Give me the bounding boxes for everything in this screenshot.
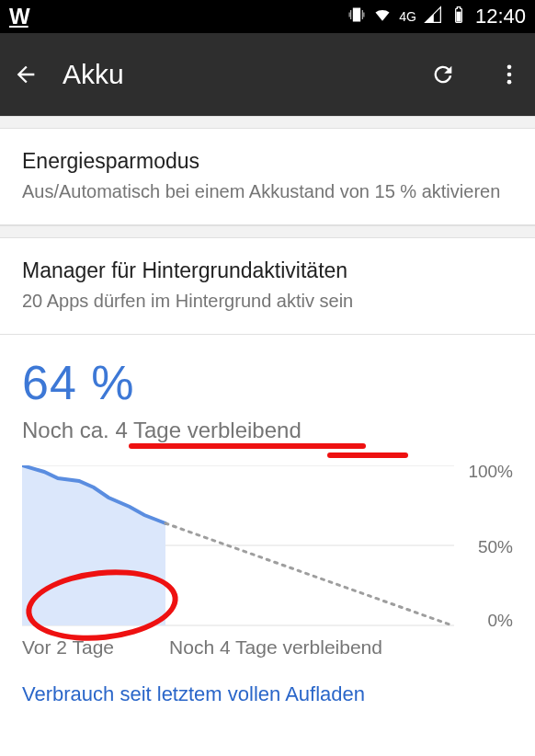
background-manager-title: Manager für Hintergrundaktivitäten: [22, 258, 513, 283]
chart-x-axis-labels: Vor 2 Tage Noch 4 Tage verbleibend: [22, 636, 513, 659]
annotation-underline: [129, 443, 366, 449]
background-manager-subtitle: 20 Apps dürfen im Hintergrund aktiv sein: [22, 289, 513, 314]
refresh-button[interactable]: [430, 62, 456, 87]
battery-history-chart[interactable]: 100% 50% 0%: [22, 465, 513, 631]
battery-saver-row[interactable]: Energiesparmodus Aus/Automatisch bei ein…: [0, 129, 535, 225]
svg-point-1: [507, 65, 512, 70]
chart-xlabel-future: Noch 4 Tage verbleibend: [169, 636, 382, 659]
usage-since-last-charge-link[interactable]: Verbrauch seit letztem vollen Aufladen: [22, 682, 513, 706]
app-notification-icon: W: [9, 4, 28, 29]
svg-point-3: [507, 80, 512, 85]
chart-ylabel-0: 0%: [488, 611, 513, 631]
page-header: Akku: [0, 33, 535, 116]
annotation-underline: [327, 452, 408, 458]
status-clock: 12:40: [475, 5, 526, 29]
chart-xlabel-past: Vor 2 Tage: [22, 636, 114, 659]
battery-chart-svg: [22, 465, 454, 626]
chart-ylabel-50: 50%: [478, 537, 513, 557]
wifi-icon: [373, 6, 392, 29]
battery-saver-subtitle: Aus/Automatisch bei einem Akkustand von …: [22, 179, 513, 204]
signal-icon: [424, 6, 442, 29]
battery-icon: [450, 6, 468, 29]
page-title: Akku: [63, 59, 406, 90]
battery-status-section[interactable]: 64 % Noch ca. 4 Tage verbleibend 100% 50…: [0, 335, 535, 706]
battery-remaining-text: Noch ca. 4 Tage verbleibend: [22, 418, 513, 443]
android-status-bar: W 4G 12:40: [0, 0, 535, 33]
svg-rect-0: [456, 11, 461, 21]
section-divider: [0, 116, 535, 129]
vibrate-icon: [347, 6, 366, 29]
chart-ylabel-100: 100%: [468, 462, 513, 482]
network-label: 4G: [399, 9, 416, 24]
battery-saver-title: Energiesparmodus: [22, 149, 513, 174]
background-manager-row[interactable]: Manager für Hintergrundaktivitäten 20 Ap…: [0, 238, 535, 335]
overflow-menu-button[interactable]: [496, 62, 522, 87]
back-button[interactable]: [13, 62, 39, 87]
svg-point-2: [507, 73, 512, 77]
section-divider: [0, 225, 535, 238]
battery-percent: 64 %: [22, 355, 513, 410]
